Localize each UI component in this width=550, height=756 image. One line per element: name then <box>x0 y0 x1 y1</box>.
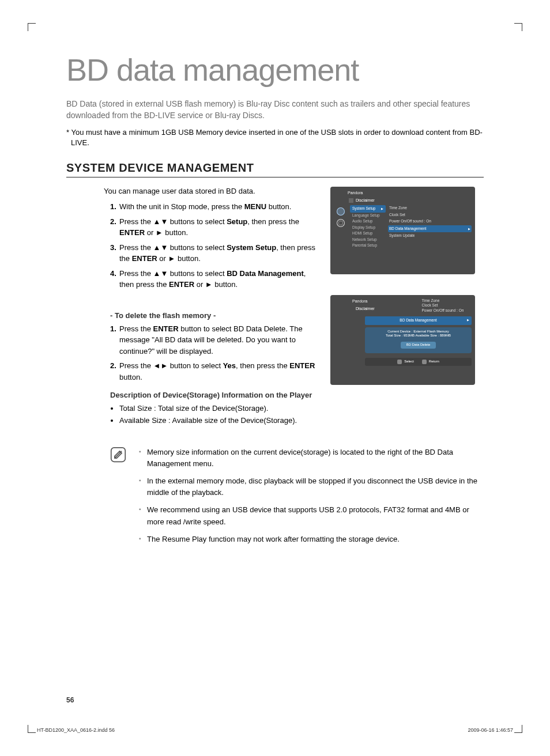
menu-item: HDMI Setup <box>350 230 386 236</box>
step-item: 4.Press the ▲▼ buttons to select BD Data… <box>110 268 320 290</box>
desc-list: Total Size : Total size of the Device(St… <box>119 403 320 427</box>
right-item-selected: BD Data Management▶ <box>388 225 472 232</box>
right-item: Clock Set <box>422 303 472 308</box>
brand-label: Pandora <box>348 191 363 195</box>
lead-text: You can manage user data stored in BD da… <box>104 187 320 195</box>
tip-item: We recommend using an USB device that su… <box>139 504 484 527</box>
delete-heading: - To delete the flash memory - <box>110 311 320 320</box>
page-title: BD data management <box>66 52 484 88</box>
chevron-right-icon: ▶ <box>467 318 469 322</box>
step-item: 2.Press the ▲▼ buttons to select Setup, … <box>110 216 320 239</box>
selected-band: BD Data Management▶ <box>365 316 472 324</box>
control-hint-bar: Select Return <box>365 358 472 366</box>
disclaimer-label: Disclaimer <box>356 198 375 203</box>
steps-primary: 1.With the unit in Stop mode, press the … <box>110 201 320 290</box>
hint-return: Return <box>429 360 439 364</box>
crop-mark <box>514 23 522 31</box>
tips-list: Memory size information on the current d… <box>139 447 484 551</box>
footer-file-info: HT-BD1200_XAA_0616-2.indd 56 <box>37 727 115 733</box>
tip-item: The Resume Play function may not work af… <box>139 534 484 545</box>
menu-item: Parental Setup <box>350 243 386 248</box>
page-number: 56 <box>66 696 74 704</box>
file-icon <box>349 198 353 203</box>
menu-item: Audio Setup <box>350 218 386 224</box>
disc-icon <box>337 207 345 216</box>
right-item: Power On/Off sound : On <box>422 308 472 313</box>
menu-item: Network Setup <box>350 237 386 243</box>
crop-mark <box>514 725 522 733</box>
tip-item: In the external memory mode, disc playba… <box>139 475 484 498</box>
gear-icon <box>337 219 345 227</box>
chevron-right-icon: ▶ <box>381 207 383 211</box>
note-icon <box>110 447 133 551</box>
desc-heading: Description of Device(Storage) Informati… <box>110 391 320 399</box>
desc-item: Available Size : Available size of the D… <box>119 415 320 427</box>
right-item: Time Zone <box>388 205 472 211</box>
info-line: Total Size : 953MB Available Size : 889M… <box>368 334 468 338</box>
crop-mark <box>28 23 36 31</box>
step-item: 2.Press the ◄► button to select Yes, the… <box>110 360 320 383</box>
right-item: Time Zone <box>422 298 472 303</box>
menu-item: Language Setup <box>350 213 386 218</box>
right-item: Clock Set <box>388 212 472 218</box>
step-item: 1.Press the ENTER button to select BD Da… <box>110 323 320 357</box>
tip-item: Memory size information on the current d… <box>139 447 484 470</box>
hint-select: Select <box>404 360 414 364</box>
crop-mark <box>28 725 36 733</box>
brand-label: Pandora <box>352 299 367 303</box>
section-heading: SYSTEM DEVICE MANAGEMENT <box>66 161 484 177</box>
asterisk-note: * You must have a minimum 1GB USB Memory… <box>66 127 484 149</box>
page-content: BD data management BD Data (stored in ex… <box>66 52 484 704</box>
figure-bd-data-mgmt: Pandora Disclaimer Time Zone Clock Set P… <box>330 295 475 385</box>
intro-text: BD Data (stored in external USB flash me… <box>66 98 484 122</box>
footer-timestamp: 2009-06-16 1:46:57 <box>468 727 513 733</box>
step-item: 1.With the unit in Stop mode, press the … <box>110 201 320 213</box>
return-key-icon <box>422 360 427 364</box>
step-item: 3.Press the ▲▼ buttons to select System … <box>110 242 320 264</box>
right-item: System Update <box>388 233 472 239</box>
steps-delete: 1.Press the ENTER button to select BD Da… <box>110 323 320 383</box>
chevron-right-icon: ▶ <box>468 227 470 231</box>
mid-tab-selected: System Setup▶ <box>350 205 386 212</box>
bd-data-delete-button: BD Data Delete <box>401 342 436 349</box>
info-box: Current Device : External Flash Memory T… <box>365 327 472 353</box>
disclaimer-label: Disclaimer <box>356 306 375 311</box>
enter-key-icon <box>397 360 402 364</box>
info-line: Current Device : External Flash Memory <box>368 330 468 334</box>
desc-item: Total Size : Total size of the Device(St… <box>119 403 320 415</box>
menu-item: Display Setup <box>350 225 386 230</box>
right-item: Power On/Off sound : On <box>388 218 472 224</box>
figure-system-setup: Pandora Disclaimer System Setup▶ Languag… <box>330 187 475 274</box>
